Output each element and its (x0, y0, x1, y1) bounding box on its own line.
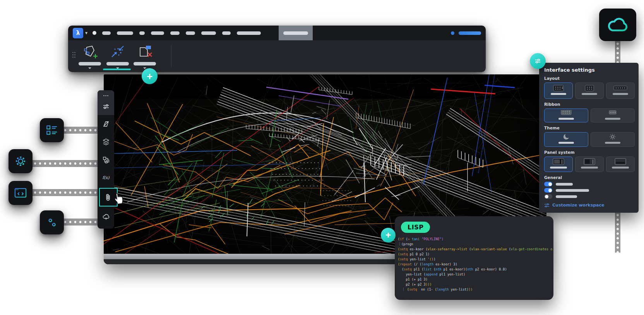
option-thumbnail (546, 84, 571, 97)
titlebar-dot (92, 31, 96, 35)
panel-system-option-2[interactable] (575, 157, 604, 172)
app-window: λ ▼ (68, 26, 486, 72)
sliders-icon (102, 103, 110, 110)
option-thumbnail (608, 158, 633, 170)
menu-item-pill[interactable] (151, 31, 164, 35)
ribbon-option-2[interactable] (591, 108, 635, 122)
account-dot[interactable] (451, 31, 454, 35)
toggle-switch-3[interactable] (544, 194, 552, 199)
tool-label-pill (134, 62, 156, 65)
add-button[interactable]: + (142, 68, 158, 84)
option-thumbnail (546, 110, 586, 121)
tool-label-pill (106, 62, 129, 65)
rail-function-button[interactable]: f(x) (98, 169, 114, 186)
interface-settings-button[interactable] (530, 53, 546, 69)
rail-layers-button[interactable] (98, 133, 114, 151)
dotted-connector (31, 160, 99, 167)
layout-option-1[interactable] (544, 83, 573, 99)
rail-sliders-button[interactable] (98, 99, 114, 114)
add-lisp-button[interactable]: + (381, 228, 396, 243)
delete-face-icon (136, 43, 153, 61)
code-line-1: (if (= tani "POLYLINE") (398, 237, 553, 242)
lisp-code: (if (= tani "POLYLINE")(progn(setq es-ko… (398, 237, 553, 292)
toggle-switch-1[interactable] (544, 182, 552, 186)
attachment-icon (104, 193, 113, 201)
section-label-theme: Theme (544, 126, 634, 130)
panel-title: Interface settings (544, 67, 634, 73)
rail-structure-button[interactable] (98, 151, 114, 169)
dotted-connector (61, 127, 99, 134)
layout-option-3[interactable] (606, 83, 635, 99)
menu-item-pill[interactable] (117, 31, 133, 35)
rail-attachment-button[interactable] (98, 186, 114, 208)
layout-option-2[interactable] (575, 83, 604, 99)
lambda-logo-icon[interactable]: λ (73, 28, 83, 38)
ribbon-tool-2[interactable] (104, 43, 131, 69)
theme-option-2[interactable] (591, 132, 635, 147)
theme-options (544, 132, 634, 147)
checklist-icon (46, 124, 58, 136)
svg-text:f(x): f(x) (102, 175, 110, 180)
ellipsis-icon[interactable] (98, 92, 114, 99)
rail-draw-style-button[interactable] (98, 115, 114, 133)
menu-item-pill[interactable] (237, 31, 261, 35)
account-pill[interactable] (459, 31, 481, 35)
lisp-panel: LISP (if (= tani "POLYLINE")(progn(setq … (395, 216, 553, 300)
menu-item-pill[interactable] (102, 31, 111, 35)
toggle-label-pill (556, 189, 589, 192)
active-tab-underline (103, 69, 131, 71)
active-menu-tab[interactable] (279, 26, 313, 40)
ribbon-option-1[interactable] (544, 108, 588, 122)
menu-item-pill[interactable] (186, 31, 195, 35)
chevron-down-icon[interactable]: ▼ (85, 31, 87, 35)
option-thumbnail (593, 134, 633, 145)
menu-item-pill[interactable] (201, 31, 216, 35)
ribbon-tool-1[interactable] (77, 43, 103, 69)
menu-item-pill[interactable] (170, 31, 180, 35)
menu-item-pill[interactable] (222, 31, 231, 35)
dotted-connector (61, 219, 99, 225)
toggle-row-3 (544, 194, 634, 199)
shortcut-card-checklist[interactable] (40, 118, 64, 142)
lisp-badge: LISP (401, 222, 430, 233)
toggle-switch-2[interactable] (544, 188, 552, 193)
function-icon: f(x) (102, 174, 110, 181)
cloud-card[interactable] (599, 9, 636, 41)
menu-item-pill[interactable] (139, 31, 145, 35)
titlebar: λ ▼ (68, 26, 486, 40)
option-thumbnail (546, 134, 586, 145)
shortcut-card-sliders[interactable] (40, 210, 64, 234)
panel-system-options (544, 157, 634, 172)
rail-cloud-button[interactable] (98, 208, 114, 226)
ribbon-tool-3[interactable] (132, 43, 158, 69)
code-line-8: yen-list (append pl1 yen-list) (398, 272, 553, 277)
customize-workspace-link[interactable]: Customize workspace (544, 203, 634, 208)
cloud-icon (606, 16, 629, 34)
code-line-9: p1 (+ p1 3) (398, 277, 553, 282)
tool-dropdown-caret[interactable] (88, 67, 91, 69)
toggle-label-pill (556, 195, 577, 198)
code-line-7: (setq pl1 (list (nth p1 es-koor)(nth p2 … (398, 267, 553, 272)
active-tab-pill (283, 31, 308, 35)
code-line-6: (repeat (/ (length es-koor) 3) (398, 262, 553, 267)
code-line-4: (setq p1 0 p2 1) (398, 252, 553, 257)
edit-vertices-icon (81, 43, 98, 61)
toggle-label-pill (556, 183, 573, 186)
ribbon-drag-handle[interactable] (72, 52, 76, 59)
option-thumbnail (577, 158, 602, 170)
interface-settings-panel: Interface settings LayoutRibbonThemePane… (539, 63, 639, 213)
shortcut-card-settings[interactable] (9, 149, 33, 173)
panel-system-option-1[interactable] (544, 157, 573, 172)
code-line-3: (setq es-koor (vlax-safearray->list (vla… (398, 247, 553, 252)
section-label-panel-system: Panel system (544, 150, 634, 155)
theme-option-1[interactable] (544, 132, 588, 147)
panel-system-option-3[interactable] (606, 157, 635, 172)
code-line-2: (progn (398, 242, 553, 247)
tool-label-pill (79, 62, 101, 65)
shortcut-card-code[interactable] (9, 181, 33, 205)
general-label: General (544, 175, 634, 180)
ribbon-separator (171, 45, 171, 67)
option-thumbnail (546, 158, 571, 170)
option-thumbnail (593, 110, 633, 121)
ribbon-options (544, 108, 634, 122)
